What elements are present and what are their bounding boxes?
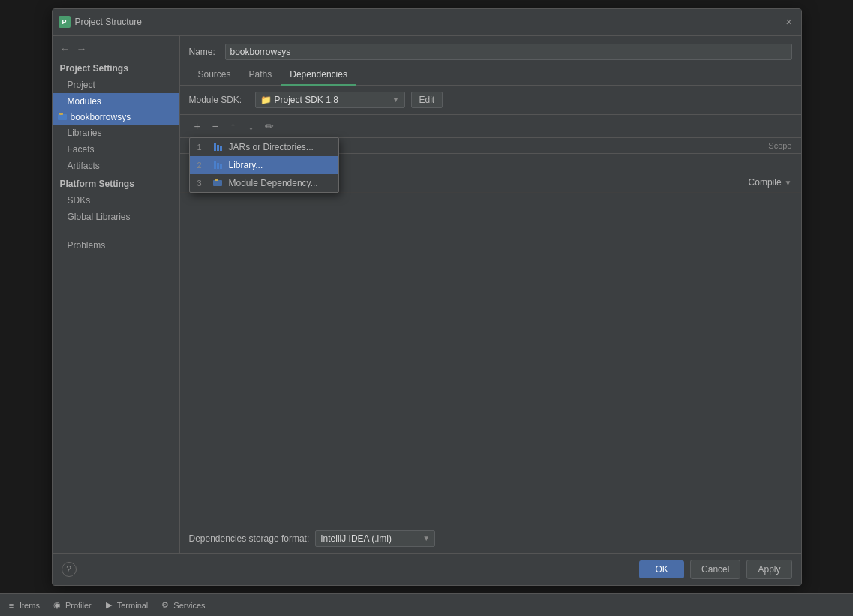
taskbar-item-terminal[interactable]: ▶ Terminal [104,600,149,611]
taskbar-item-profiler[interactable]: ◉ Profiler [52,600,92,611]
edit-sdk-button[interactable]: Edit [411,92,443,108]
svg-rect-0 [58,114,67,120]
dialog-title-left: P Project Structure [59,16,142,28]
taskbar-label-terminal: Terminal [117,601,149,610]
sidebar-item-sdks[interactable]: SDKs [53,192,179,209]
taskbar-label-services: Services [173,601,205,610]
tab-dependencies[interactable]: Dependencies [281,65,356,86]
sidebar-nav-btns: ← → [53,39,179,59]
dialog-title-text: Project Structure [75,17,142,27]
dialog-body: ← → Project Settings Project Modules [53,36,801,553]
help-button[interactable]: ? [62,562,77,577]
project-structure-dialog: P Project Structure × ← → Project Settin… [52,8,802,586]
name-row: Name: [180,36,801,65]
dep-edit-button[interactable]: ✏ [261,118,278,134]
module-entry-bookborrowsys[interactable]: bookborrowsys [53,110,179,125]
dropdown-item-num-3: 3 [197,179,206,188]
terminal-icon: ▶ [104,600,114,611]
ok-button[interactable]: OK [639,560,684,578]
jars-icon [212,142,223,152]
dropdown-item-library[interactable]: 2 Library... [190,156,338,174]
dep-down-button[interactable]: ↓ [243,118,260,134]
tab-paths[interactable]: Paths [240,65,281,86]
storage-label: Dependencies storage format: [189,533,310,544]
dropdown-item-num-1: 1 [197,143,206,152]
dep-up-button[interactable]: ↑ [225,118,242,134]
profiler-icon: ◉ [52,600,62,611]
sidebar-item-problems[interactable]: Problems [53,237,179,254]
dropdown-item-num-2: 2 [197,161,206,170]
storage-row: Dependencies storage format: IntelliJ ID… [180,524,801,553]
svg-rect-2 [214,143,216,151]
platform-settings-header: Platform Settings [53,174,179,192]
library-icon [212,160,223,170]
sdk-row: Module SDK: 📁 Project SDK 1.8 ▼ Edit [180,86,801,115]
add-dependency-dropdown: 1 JARs or Directories... [189,137,339,193]
sdk-dropdown-arrow: ▼ [392,95,400,104]
name-label: Name: [189,47,219,57]
svg-rect-9 [215,179,218,181]
dep-content: + − ↑ ↓ ✏ 1 [180,115,801,553]
content-area: Name: Sources Paths Dependencies [180,36,801,553]
storage-dropdown-text: IntelliJ IDEA (.iml) [320,533,419,544]
apply-button[interactable]: Apply [746,560,791,579]
sdk-label: Module SDK: [189,95,249,105]
taskbar-item-services[interactable]: ⚙ Services [160,600,205,611]
dep-remove-button[interactable]: − [207,118,224,134]
dropdown-item-module-dep[interactable]: 3 Module Dependency... [190,174,338,192]
taskbar-label-profiler: Profiler [65,601,92,610]
taskbar-item-items[interactable]: ≡ Items [6,600,40,611]
sidebar-item-libraries[interactable]: Libraries [53,125,179,141]
dep-scope-arrow: ▼ [785,179,792,187]
cancel-button[interactable]: Cancel [690,560,740,579]
dep-col-scope-header: Scope [717,141,792,150]
svg-rect-5 [214,161,216,169]
sidebar-item-facets[interactable]: Facets [53,141,179,158]
sdk-dropdown[interactable]: 📁 Project SDK 1.8 ▼ [255,92,405,108]
dep-scope-dropdown-lib[interactable]: Compile ▼ [717,177,792,188]
sidebar-item-global-libraries[interactable]: Global Libraries [53,209,179,225]
sdk-dropdown-text: Project SDK 1.8 [275,95,389,105]
dialog-close-button[interactable]: × [783,16,795,28]
svg-rect-3 [217,145,219,151]
dialog-footer: ? OK Cancel Apply [53,553,801,585]
taskbar-label-items: Items [20,601,40,610]
services-icon: ⚙ [160,600,170,611]
dep-table: Scope 1.8 (version 1. [180,138,801,524]
storage-dropdown[interactable]: IntelliJ IDEA (.iml) ▼ [315,530,435,547]
name-input[interactable] [225,44,792,60]
problems-section: Problems [53,237,179,254]
svg-rect-6 [217,163,219,169]
nav-forward-button[interactable]: → [75,42,89,56]
nav-back-button[interactable]: ← [59,42,72,56]
svg-rect-7 [220,164,222,169]
dropdown-item-jars[interactable]: 1 JARs or Directories... [190,138,338,156]
dep-add-button[interactable]: + [189,118,206,134]
sidebar-item-project[interactable]: Project [53,77,179,93]
dep-toolbar: + − ↑ ↓ ✏ 1 [180,115,801,138]
tab-sources[interactable]: Sources [189,65,240,86]
dialog-title-icon: P [59,16,71,28]
project-settings-header: Project Settings [53,59,179,77]
svg-rect-4 [220,146,222,151]
items-icon: ≡ [6,600,17,611]
dialog-titlebar: P Project Structure × [53,9,801,36]
svg-rect-1 [59,113,63,115]
svg-rect-8 [213,180,222,186]
storage-dropdown-arrow: ▼ [422,534,430,542]
sidebar-item-artifacts[interactable]: Artifacts [53,158,179,174]
module-dep-icon [212,178,223,188]
dialog-overlay: P Project Structure × ← → Project Settin… [0,0,853,593]
sidebar: ← → Project Settings Project Modules [53,36,180,553]
sidebar-item-modules[interactable]: Modules [53,93,179,110]
module-icon [57,112,68,122]
taskbar: ≡ Items ◉ Profiler ▶ Terminal ⚙ Services [0,593,853,616]
tabs-row: Sources Paths Dependencies [180,65,801,86]
sdk-folder-icon: 📁 [260,95,272,105]
